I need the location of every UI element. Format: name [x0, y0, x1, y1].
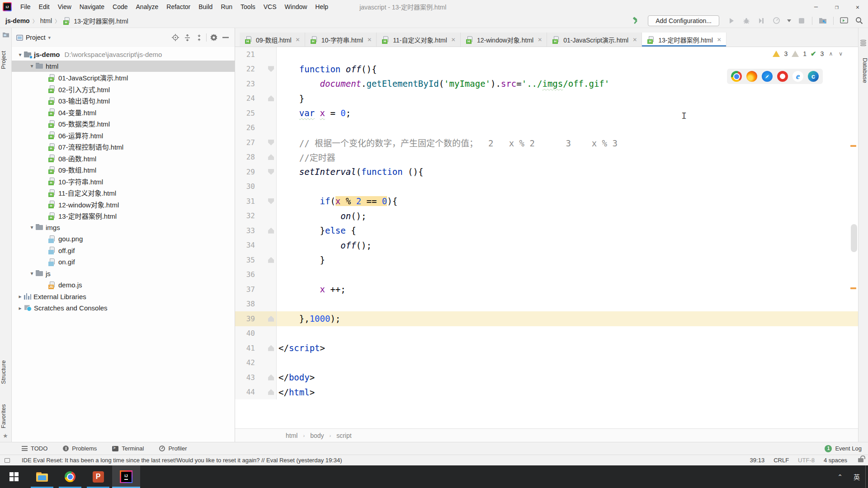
project-tool-icon[interactable] — [2, 32, 9, 40]
line-number[interactable]: 40 — [235, 329, 255, 338]
menu-edit[interactable]: Edit — [35, 0, 54, 14]
line-number[interactable]: 31 — [235, 197, 255, 206]
fold-marker-icon[interactable] — [268, 389, 274, 395]
inspections-widget[interactable]: 3 1 ✔ 3 ∧ ∨ — [773, 50, 844, 58]
project-panel-title[interactable]: Project — [26, 34, 46, 41]
tree-row-js-demo[interactable]: ▾js-demoD:\workspace\javascript\js-demo — [12, 49, 235, 61]
taskbar-intellij[interactable]: IJ — [112, 465, 140, 488]
tab-close-icon[interactable]: ✕ — [632, 37, 637, 43]
project-structure-icon[interactable] — [818, 16, 827, 25]
run-icon[interactable] — [727, 16, 736, 25]
line-number[interactable]: 34 — [235, 241, 255, 249]
line-number[interactable]: 42 — [235, 358, 255, 367]
firefox-browser-icon[interactable] — [746, 71, 757, 82]
line-number[interactable]: 24 — [235, 94, 255, 103]
tab-09-数组.html[interactable]: H09-数组.html✕ — [240, 33, 305, 47]
fold-marker-icon[interactable] — [268, 228, 274, 234]
taskbar-explorer[interactable] — [28, 465, 56, 488]
menu-vcs[interactable]: VCS — [259, 0, 281, 14]
tab-close-icon[interactable]: ✕ — [367, 37, 372, 43]
tree-row-03-输出语句.html[interactable]: H03-输出语句.html — [12, 95, 235, 107]
profiler-icon[interactable] — [772, 16, 781, 25]
status-message[interactable]: IDE Eval Reset: It has been a long time … — [22, 457, 342, 464]
event-log-button[interactable]: 1 Event Log — [825, 445, 862, 452]
fold-marker-icon[interactable] — [268, 140, 274, 145]
tab-10-字符串.html[interactable]: H10-字符串.html✕ — [305, 33, 377, 47]
next-problem-icon[interactable]: ∨ — [838, 51, 844, 57]
close-button[interactable]: ✕ — [847, 0, 868, 14]
line-number[interactable]: 29 — [235, 168, 255, 176]
line-number[interactable]: 36 — [235, 270, 255, 279]
menu-view[interactable]: View — [54, 0, 75, 14]
breadcrumb[interactable]: js-demo〉html〉H13-定时器案例.html — [5, 16, 128, 25]
tree-row-06-运算符.html[interactable]: H06-运算符.html — [12, 130, 235, 141]
add-configuration-button[interactable]: Add Configuration... — [648, 15, 719, 26]
tray-expand-icon[interactable]: ⌃ — [832, 473, 848, 480]
tab-close-icon[interactable]: ✕ — [538, 37, 542, 43]
tree-row-Scratches and Consoles[interactable]: ▸Scratches and Consoles — [12, 302, 235, 314]
toolwindow-terminal-button[interactable]: Terminal — [112, 445, 144, 452]
tree-chevron-icon[interactable]: ▾ — [16, 52, 24, 58]
hide-panel-icon[interactable] — [221, 33, 230, 42]
tree-row-08-函数.html[interactable]: H08-函数.html — [12, 153, 235, 164]
line-number[interactable]: 39 — [235, 314, 255, 323]
line-number[interactable]: 21 — [235, 50, 255, 59]
tree-row-gou.png[interactable]: gou.png — [12, 233, 235, 245]
run-options-chevron-icon[interactable] — [787, 16, 791, 25]
favorites-star-icon[interactable]: ★ — [3, 432, 8, 439]
tree-row-11-自定义对象.html[interactable]: H11-自定义对象.html — [12, 187, 235, 199]
expand-all-icon[interactable] — [183, 33, 192, 42]
tab-11-自定义对象.html[interactable]: H11-自定义对象.html✕ — [377, 33, 461, 47]
fold-marker-icon[interactable] — [268, 345, 274, 351]
tab-close-icon[interactable]: ✕ — [296, 37, 300, 43]
database-icon[interactable] — [860, 40, 866, 47]
tree-row-05-数据类型.html[interactable]: H05-数据类型.html — [12, 118, 235, 130]
minimize-button[interactable]: ─ — [806, 0, 826, 14]
tree-row-12-window对象.html[interactable]: H12-window对象.html — [12, 199, 235, 211]
fold-marker-icon[interactable] — [268, 66, 274, 72]
stripe-warning-mark[interactable] — [850, 287, 856, 289]
line-number[interactable]: 41 — [235, 344, 255, 352]
line-number[interactable]: 33 — [235, 226, 255, 235]
menu-run[interactable]: Run — [217, 0, 236, 14]
ime-language-indicator[interactable]: 英 — [848, 472, 865, 481]
tree-row-10-字符串.html[interactable]: H10-字符串.html — [12, 176, 235, 188]
tree-chevron-icon[interactable]: ▸ — [16, 293, 24, 300]
stop-icon[interactable] — [797, 16, 806, 25]
indent-setting[interactable]: 4 spaces — [824, 457, 847, 464]
toolwindow-problems-button[interactable]: Problems — [63, 445, 97, 452]
tree-row-02-引入方式.html[interactable]: H02-引入方式.html — [12, 84, 235, 95]
line-number[interactable]: 30 — [235, 182, 255, 191]
menu-build[interactable]: Build — [194, 0, 217, 14]
line-number[interactable]: 38 — [235, 300, 255, 308]
menu-help[interactable]: Help — [311, 0, 332, 14]
run-with-coverage-icon[interactable] — [757, 16, 766, 25]
tool-tab-project[interactable]: Project — [0, 44, 12, 76]
tree-chevron-icon[interactable]: ▸ — [16, 305, 24, 311]
tree-row-js[interactable]: ▾js — [12, 268, 235, 280]
tree-row-04-变量.html[interactable]: H04-变量.html — [12, 107, 235, 118]
maximize-button[interactable]: ❐ — [826, 0, 847, 14]
tab-01-JavaScript演示.html[interactable]: H01-JavaScript演示.html✕ — [547, 33, 642, 47]
tree-row-07-流程控制语句.html[interactable]: H07-流程控制语句.html — [12, 141, 235, 153]
safari-browser-icon[interactable] — [762, 71, 773, 82]
tool-tab-structure[interactable]: Structure — [0, 354, 12, 390]
tab-close-icon[interactable]: ✕ — [451, 37, 456, 43]
line-number[interactable]: 26 — [235, 123, 255, 132]
edge-browser-icon[interactable] — [808, 71, 819, 82]
tree-row-13-定时器案例.html[interactable]: H13-定时器案例.html — [12, 210, 235, 222]
tree-chevron-icon[interactable]: ▾ — [28, 63, 36, 69]
stripe-warning-mark[interactable] — [850, 145, 856, 147]
fold-marker-icon[interactable] — [268, 257, 274, 263]
breadcrumb-item[interactable]: js-demo — [5, 17, 30, 24]
taskbar-chrome[interactable] — [56, 465, 84, 488]
tag-breadcrumb-script[interactable]: script — [336, 432, 351, 439]
fold-marker-icon[interactable] — [268, 95, 274, 101]
tag-breadcrumb-body[interactable]: body — [310, 432, 324, 439]
breadcrumb-item[interactable]: 13-定时器案例.html — [74, 16, 128, 25]
debug-icon[interactable] — [742, 16, 751, 25]
tool-tab-database[interactable]: Database — [859, 58, 868, 83]
line-number[interactable]: 28 — [235, 153, 255, 161]
fold-marker-icon[interactable] — [268, 198, 274, 204]
locate-file-icon[interactable] — [171, 33, 180, 42]
